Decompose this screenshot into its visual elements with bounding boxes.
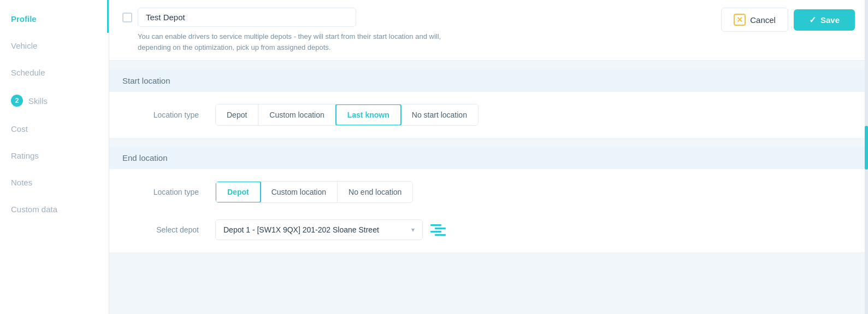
sidebar: Profile Vehicle Schedule 2 Skills Cost R… <box>0 0 109 314</box>
start-location-no-start-btn[interactable]: No start location <box>401 104 478 125</box>
start-location-type-label: Location type <box>122 111 199 119</box>
top-bar: You can enable drivers to service multip… <box>109 0 868 61</box>
depot-description: You can enable drivers to service multip… <box>122 31 461 53</box>
sidebar-item-schedule[interactable]: Schedule <box>0 59 109 86</box>
main-content: You can enable drivers to service multip… <box>109 0 868 314</box>
sidebar-item-skills[interactable]: 2 Skills <box>0 86 109 115</box>
cancel-button[interactable]: ✕ Cancel <box>721 8 788 32</box>
line-4 <box>435 234 446 236</box>
save-check-icon: ✓ <box>809 15 816 25</box>
line-1 <box>430 224 441 226</box>
depot-row <box>122 8 710 27</box>
line-3 <box>430 231 441 232</box>
sidebar-item-profile[interactable]: Profile <box>0 5 109 32</box>
end-location-form-row: Location type Depot Custom location No e… <box>109 169 868 215</box>
save-button[interactable]: ✓ Save <box>794 9 855 31</box>
sidebar-item-label: Skills <box>28 96 48 106</box>
selected-depot-value: Depot 1 - [SW1X 9QX] 201-202 Sloane Stre… <box>223 225 379 234</box>
sidebar-item-label: Cost <box>11 124 28 133</box>
top-bar-left: You can enable drivers to service multip… <box>122 8 710 53</box>
end-location-section-header: End location <box>109 147 868 169</box>
sidebar-item-ratings[interactable]: Ratings <box>0 142 109 169</box>
start-location-custom-btn[interactable]: Custom location <box>258 104 335 125</box>
depot-checkbox[interactable] <box>122 13 132 22</box>
start-location-type-group: Depot Custom location Last known No star… <box>215 104 479 126</box>
select-depot-dropdown[interactable]: Depot 1 - [SW1X 9QX] 201-202 Sloane Stre… <box>215 219 423 240</box>
cancel-x-icon: ✕ <box>734 14 746 26</box>
sidebar-item-label: Custom data <box>11 205 57 214</box>
start-location-form-row: Location type Depot Custom location Last… <box>109 92 868 138</box>
sidebar-item-vehicle[interactable]: Vehicle <box>0 32 109 59</box>
select-depot-row: Select depot Depot 1 - [SW1X 9QX] 201-20… <box>109 215 868 252</box>
cancel-label: Cancel <box>750 15 776 25</box>
scrollbar-thumb[interactable] <box>865 126 868 170</box>
sidebar-item-notes[interactable]: Notes <box>0 169 109 196</box>
line-2 <box>435 228 446 229</box>
sidebar-item-label: Vehicle <box>11 41 37 50</box>
end-location-custom-btn[interactable]: Custom location <box>261 182 338 202</box>
start-location-depot-btn[interactable]: Depot <box>216 104 258 125</box>
depot-name-input[interactable] <box>138 8 356 27</box>
end-location-depot-btn[interactable]: Depot <box>215 181 261 203</box>
save-label: Save <box>820 15 840 25</box>
action-buttons: ✕ Cancel ✓ Save <box>721 8 855 32</box>
sidebar-item-label: Profile <box>11 14 37 24</box>
start-location-section-header: Start location <box>109 69 868 92</box>
sidebar-item-cost[interactable]: Cost <box>0 115 109 142</box>
sidebar-item-custom-data[interactable]: Custom data <box>0 196 109 223</box>
end-location-no-end-btn[interactable]: No end location <box>338 182 412 202</box>
scrollbar-track <box>865 0 868 314</box>
sidebar-item-label: Schedule <box>11 68 45 77</box>
end-location-type-group: Depot Custom location No end location <box>215 181 413 203</box>
list-lines-icon[interactable] <box>428 222 448 238</box>
start-location-last-known-btn[interactable]: Last known <box>335 104 401 126</box>
chevron-down-icon: ▾ <box>411 226 415 234</box>
skills-badge: 2 <box>11 95 23 107</box>
select-depot-wrapper: Depot 1 - [SW1X 9QX] 201-202 Sloane Stre… <box>215 219 448 240</box>
sidebar-item-label: Ratings <box>11 151 39 160</box>
sidebar-item-label: Notes <box>11 178 32 187</box>
end-location-type-label: Location type <box>122 188 199 196</box>
select-depot-label: Select depot <box>122 225 199 234</box>
